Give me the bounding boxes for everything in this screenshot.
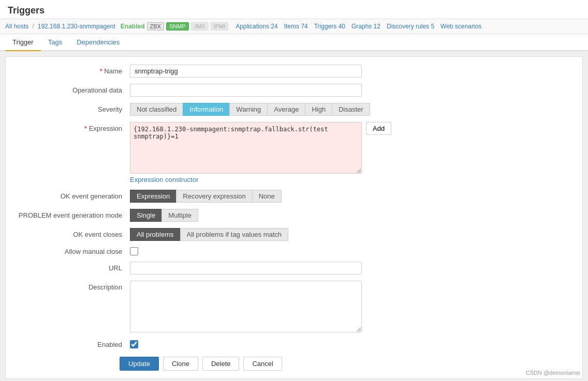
breadcrumb-sep: /	[32, 23, 34, 30]
severity-row: Severity Not classified Information Warn…	[6, 103, 582, 116]
tab-trigger[interactable]: Trigger	[5, 34, 41, 51]
delete-button[interactable]: Delete	[202, 357, 240, 371]
ok-event-expression[interactable]: Expression	[130, 190, 176, 203]
operational-data-input[interactable]	[130, 84, 362, 97]
tag-zbx[interactable]: ZBX	[147, 22, 164, 31]
ok-event-row: OK event generation Expression Recovery …	[6, 190, 582, 203]
operational-data-row: Operational data	[6, 84, 582, 97]
manual-close-checkbox[interactable]	[130, 247, 138, 255]
enabled-checkbox[interactable]	[130, 340, 138, 348]
nav-applications[interactable]: Applications 24	[236, 23, 277, 30]
description-textarea[interactable]	[130, 281, 362, 332]
tag-ipmi[interactable]: IPMI	[211, 22, 229, 31]
ok-closes-label: OK event closes	[16, 231, 130, 238]
ok-event-recovery[interactable]: Recovery expression	[176, 190, 252, 203]
url-field-wrapper	[130, 262, 362, 275]
name-input[interactable]	[130, 65, 362, 78]
problem-event-label: PROBLEM event generation mode	[16, 211, 130, 219]
problem-single[interactable]: Single	[130, 209, 161, 222]
nav-items[interactable]: Items 74	[284, 23, 308, 30]
description-field-wrapper	[130, 281, 362, 334]
severity-disaster[interactable]: Disaster	[332, 103, 370, 116]
ok-event-label: OK event generation	[16, 192, 130, 200]
expression-field-area: {192.168.1.230-snmmpagent:snmptrap.fallb…	[130, 122, 572, 174]
severity-group: Not classified Information Warning Avera…	[130, 103, 370, 116]
ok-closes-row: OK event closes All problems All problem…	[6, 228, 582, 241]
update-button[interactable]: Update	[120, 357, 159, 371]
severity-not-classified[interactable]: Not classified	[130, 103, 183, 116]
severity-label: Severity	[16, 105, 130, 113]
tab-tags[interactable]: Tags	[41, 34, 69, 51]
add-expression-button[interactable]: Add	[366, 122, 391, 135]
name-field-wrapper	[130, 65, 362, 78]
problem-multiple[interactable]: Multiple	[161, 209, 198, 222]
ok-event-none[interactable]: None	[252, 190, 282, 203]
cancel-button[interactable]: Cancel	[243, 357, 282, 371]
enabled-badge: Enabled	[121, 23, 145, 30]
nav-triggers[interactable]: Triggers 40	[314, 23, 345, 30]
form-container: * Name Operational data Severity Not cla…	[5, 56, 583, 379]
operational-data-label: Operational data	[16, 84, 130, 94]
enabled-label: Enabled	[16, 341, 130, 348]
operational-data-field-wrapper	[130, 84, 362, 97]
clone-button[interactable]: Clone	[163, 357, 198, 371]
url-row: URL	[6, 262, 582, 275]
severity-high[interactable]: High	[305, 103, 332, 116]
nav-discovery[interactable]: Discovery rules 5	[387, 23, 434, 30]
expression-constructor-link[interactable]: Expression constructor	[130, 176, 198, 184]
expression-row: * Expression {192.168.1.230-snmmpagent:s…	[6, 122, 582, 174]
problem-event-group: Single Multiple	[130, 209, 198, 222]
name-row: * Name	[6, 65, 582, 78]
breadcrumb-allhosts[interactable]: All hosts	[5, 23, 28, 30]
tab-dependencies[interactable]: Dependencies	[69, 34, 127, 51]
page-title: Triggers	[0, 0, 588, 19]
problem-event-row: PROBLEM event generation mode Single Mul…	[6, 209, 582, 222]
expression-label: * Expression	[16, 122, 130, 132]
description-label: Description	[16, 281, 130, 291]
manual-close-row: Allow manual close	[6, 247, 582, 255]
ok-closes-group: All problems All problems if tag values …	[130, 228, 288, 241]
top-nav: All hosts / 192.168.1.230-snmmpagent Ena…	[0, 19, 588, 34]
tag-jmx[interactable]: JMX	[191, 22, 209, 31]
ok-closes-tag-match[interactable]: All problems if tag values match	[180, 228, 289, 241]
nav-web[interactable]: Web scenarios	[440, 23, 481, 30]
tabs-row: Trigger Tags Dependencies	[0, 34, 588, 51]
name-label: * Name	[16, 65, 130, 75]
tag-snmp[interactable]: SNMP	[166, 22, 189, 31]
url-label: URL	[16, 262, 130, 272]
ok-event-group: Expression Recovery expression None	[130, 190, 282, 203]
url-input[interactable]	[130, 262, 362, 275]
manual-close-label: Allow manual close	[16, 248, 130, 255]
severity-information[interactable]: Information	[183, 103, 229, 116]
description-row: Description	[6, 281, 582, 334]
action-buttons: Update Clone Delete Cancel	[6, 357, 582, 371]
watermark: CSDN @demonlamei	[526, 370, 580, 376]
page-header: Triggers	[0, 0, 588, 19]
expression-constructor-row: Expression constructor	[6, 176, 582, 184]
expression-textarea[interactable]: {192.168.1.230-snmmpagent:snmptrap.fallb…	[130, 122, 362, 174]
severity-average[interactable]: Average	[267, 103, 305, 116]
severity-warning[interactable]: Warning	[229, 103, 267, 116]
enabled-row: Enabled	[6, 340, 582, 348]
nav-graphs[interactable]: Graphs 12	[351, 23, 380, 30]
breadcrumb-host[interactable]: 192.168.1.230-snmmpagent	[38, 23, 115, 30]
ok-closes-all[interactable]: All problems	[130, 228, 180, 241]
